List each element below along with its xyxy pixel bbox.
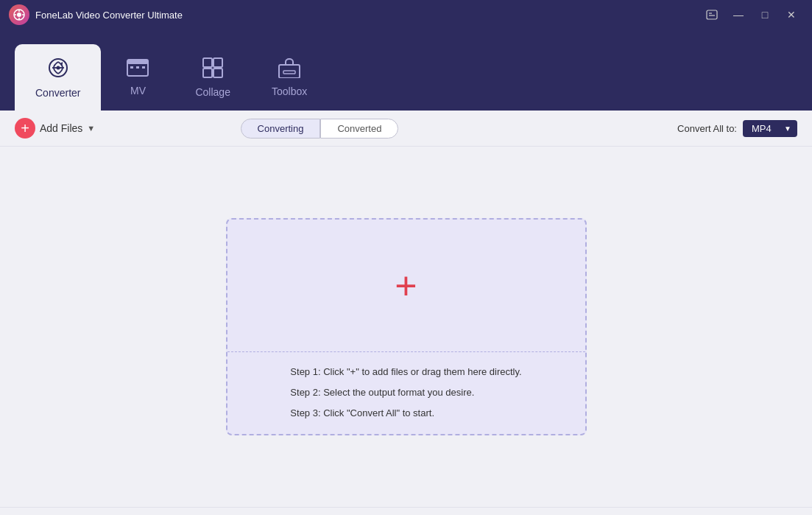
app-logo bbox=[9, 4, 29, 25]
plus-icon: + bbox=[395, 267, 417, 305]
svg-rect-16 bbox=[142, 66, 145, 69]
toolbar: + Add Files ▼ Converting Converted Conve… bbox=[0, 111, 812, 147]
svg-rect-6 bbox=[707, 10, 717, 19]
drop-plus-area[interactable]: + bbox=[227, 220, 585, 352]
instruction-step2: Step 2: Select the output format you des… bbox=[290, 386, 521, 399]
drop-instructions: Step 1: Click "+" to add files or drag t… bbox=[272, 352, 539, 434]
svg-rect-19 bbox=[203, 69, 212, 77]
converter-icon bbox=[46, 56, 70, 83]
tab-converter-label: Converter bbox=[35, 87, 80, 99]
add-circle-icon: + bbox=[15, 118, 35, 139]
svg-rect-17 bbox=[203, 58, 212, 67]
close-button[interactable]: ✕ bbox=[780, 4, 803, 25]
svg-point-1 bbox=[17, 13, 21, 17]
svg-rect-13 bbox=[127, 60, 148, 64]
main-content: + Step 1: Click "+" to add files or drag… bbox=[0, 147, 812, 507]
drop-area-container: + Step 1: Click "+" to add files or drag… bbox=[0, 147, 812, 507]
svg-rect-22 bbox=[283, 71, 295, 74]
svg-point-11 bbox=[56, 66, 60, 70]
format-select-wrapper[interactable]: MP4 MKV AVI MOV WMV FLV MP3 AAC bbox=[743, 120, 797, 137]
tab-toolbox-label: Toolbox bbox=[272, 85, 307, 97]
tab-toolbox[interactable]: Toolbox bbox=[251, 44, 328, 111]
svg-rect-15 bbox=[136, 66, 139, 69]
tab-mv[interactable]: MV bbox=[101, 44, 174, 111]
toolbox-icon bbox=[278, 57, 301, 81]
add-files-label: Add Files bbox=[40, 122, 82, 134]
tab-collage[interactable]: Collage bbox=[174, 44, 250, 111]
converting-tab[interactable]: Converting bbox=[241, 119, 321, 139]
format-select[interactable]: MP4 MKV AVI MOV WMV FLV MP3 AAC bbox=[743, 120, 797, 137]
convert-all-to-label: Convert All to: bbox=[677, 123, 737, 134]
captions-button[interactable] bbox=[700, 4, 724, 25]
bottom-bar: Save to: D:\FoneLab\FoneLab Vid...ter Ul… bbox=[0, 507, 812, 515]
tab-mv-label: MV bbox=[130, 85, 146, 97]
title-bar-controls: — □ ✕ bbox=[700, 4, 803, 25]
add-files-dropdown-arrow: ▼ bbox=[87, 124, 95, 133]
add-files-button[interactable]: + Add Files ▼ bbox=[15, 118, 95, 139]
convert-all-to-area: Convert All to: MP4 MKV AVI MOV WMV FLV … bbox=[677, 120, 797, 137]
svg-rect-20 bbox=[213, 69, 222, 77]
maximize-button[interactable]: □ bbox=[753, 4, 777, 25]
svg-rect-14 bbox=[130, 66, 133, 69]
title-bar-left: FoneLab Video Converter Ultimate bbox=[9, 4, 183, 25]
tab-collage-label: Collage bbox=[195, 86, 230, 98]
svg-rect-21 bbox=[279, 65, 300, 78]
mv-icon bbox=[126, 58, 149, 80]
tab-converter[interactable]: Converter bbox=[15, 44, 101, 111]
collage-icon bbox=[202, 57, 224, 82]
minimize-button[interactable]: — bbox=[727, 4, 750, 25]
svg-rect-18 bbox=[213, 58, 222, 67]
tab-switch: Converting Converted bbox=[241, 119, 399, 139]
title-bar: FoneLab Video Converter Ultimate — □ ✕ bbox=[0, 0, 812, 29]
nav-area: Converter MV Collage bbox=[0, 29, 812, 111]
instruction-step1: Step 1: Click "+" to add files or drag t… bbox=[290, 365, 521, 379]
instruction-step3: Step 3: Click "Convert All" to start. bbox=[290, 407, 521, 420]
drop-area[interactable]: + Step 1: Click "+" to add files or drag… bbox=[226, 218, 587, 435]
converted-tab[interactable]: Converted bbox=[320, 119, 398, 139]
app-title: FoneLab Video Converter Ultimate bbox=[35, 10, 183, 21]
